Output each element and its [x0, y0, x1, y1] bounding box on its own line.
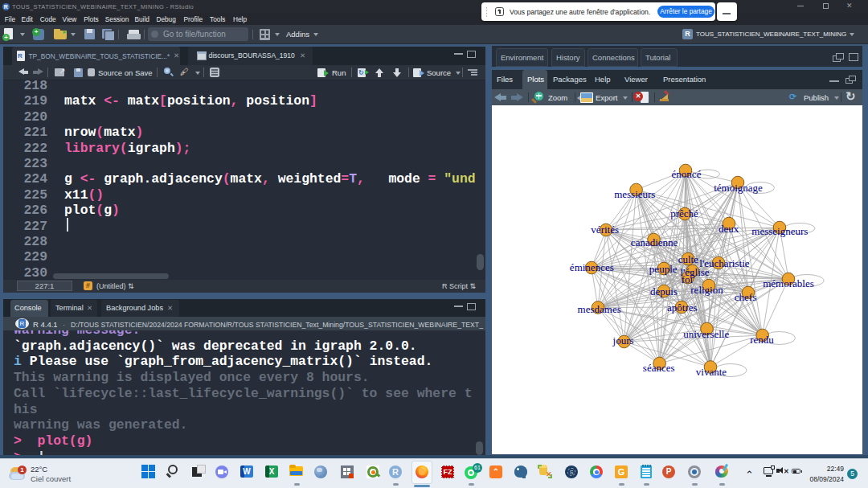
- svg-text:canadienne: canadienne: [631, 236, 678, 248]
- svg-text:prêché: prêché: [670, 207, 698, 219]
- svg-text:éminences: éminences: [570, 261, 614, 273]
- svg-text:depuis: depuis: [650, 285, 678, 297]
- svg-text:séances: séances: [643, 362, 675, 374]
- svg-text:religion: religion: [690, 284, 723, 296]
- svg-text:messeigneurs: messeigneurs: [751, 225, 808, 237]
- svg-text:vérités: vérités: [591, 223, 619, 236]
- svg-text:messieurs: messieurs: [614, 188, 655, 200]
- svg-text:universelle: universelle: [683, 328, 729, 340]
- svg-text:énoncé: énoncé: [672, 168, 702, 180]
- svg-text:mémorables: mémorables: [763, 277, 814, 289]
- svg-text:deux: deux: [719, 223, 739, 235]
- svg-text:apôtres: apôtres: [667, 301, 698, 314]
- svg-text:jours: jours: [612, 334, 634, 347]
- svg-text:chefs: chefs: [735, 291, 756, 303]
- svg-text:peuple: peuple: [649, 263, 678, 275]
- svg-text:mesdames: mesdames: [578, 303, 621, 315]
- svg-text:témoignage: témoignage: [714, 182, 763, 194]
- svg-text:culte: culte: [678, 253, 698, 265]
- svg-text:rendu: rendu: [750, 334, 774, 346]
- svg-text:vivante: vivante: [696, 366, 727, 378]
